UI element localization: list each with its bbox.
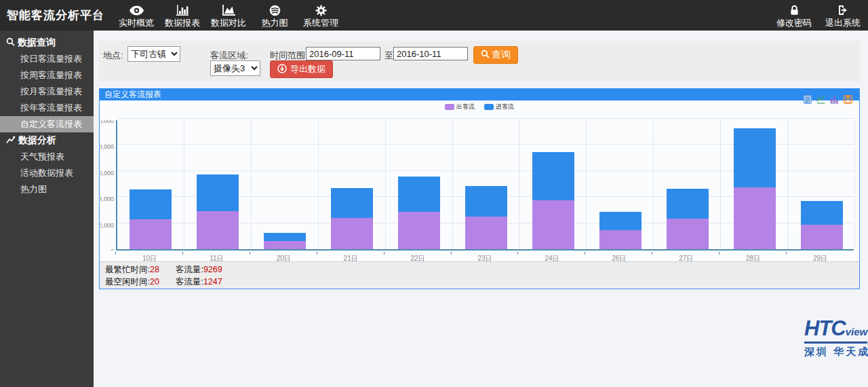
y-axis-tick-label: 0 (100, 248, 114, 251)
bar-chart-icon (176, 4, 189, 17)
change-password-label: 修改密码 (776, 17, 812, 29)
sidebar-item-heatmap[interactable]: 热力图 (0, 181, 94, 198)
x-axis-labels: 10日11日20日21日22日23日24日26日27日28日29日 (116, 252, 854, 262)
logo-text: HTCview (804, 316, 867, 344)
nav-item-heatmap[interactable]: 热力图 (255, 2, 294, 29)
bar-出客流-20日[interactable] (264, 241, 306, 249)
bar-出客流-22日[interactable] (398, 212, 440, 249)
plot-area (116, 120, 854, 251)
bar-进客流-26日[interactable] (599, 212, 642, 230)
x-axis-tick (384, 252, 384, 255)
bar-进客流-10日[interactable] (130, 189, 172, 219)
change-password-button[interactable]: 修改密码 (774, 2, 814, 29)
nav-item-realtime-overview[interactable]: 实时概览 (117, 2, 156, 29)
y-axis-tick-label: 2,000 (100, 222, 114, 229)
bar-出客流-29日[interactable] (801, 225, 843, 249)
line-type-icon[interactable] (816, 95, 825, 104)
sidebar-section-label: 数据查询 (18, 37, 56, 49)
query-button[interactable]: 查询 (473, 46, 518, 64)
sidebar-item-weekly-report[interactable]: 按周客流量报表 (0, 67, 94, 84)
bar-进客流-27日[interactable] (667, 189, 709, 219)
logout-label: 退出系统 (825, 17, 861, 29)
y-axis-tick-label: 4,000 (100, 196, 114, 202)
x-axis-tick (517, 252, 518, 255)
legend-swatch-purple (445, 104, 454, 110)
gear-icon (315, 4, 327, 17)
gridline-vertical (184, 120, 184, 249)
top-nav-items: 实时概览 数据报表 数据对比 热力图 系统管理 (117, 2, 340, 29)
heatmap-icon (269, 4, 281, 17)
sidebar-item-weather-report[interactable]: 天气预报表 (0, 149, 94, 165)
sidebar-section-label: 数据分析 (18, 134, 56, 147)
sidebar-item-activity-report[interactable]: 活动数据报表 (0, 165, 94, 181)
filter-bar: 地点: 下司古镇 客流区域: 摄像头3 时间范围 至 查询 导出数据 (99, 41, 860, 81)
data-view-icon[interactable] (803, 95, 812, 104)
start-date-input[interactable] (306, 47, 380, 60)
query-button-label: 查询 (492, 49, 511, 61)
x-axis-tick (585, 252, 585, 255)
idle-flow-label: 客流量: (176, 277, 203, 287)
bar-type-icon[interactable] (830, 95, 839, 104)
bar-出客流-26日[interactable] (599, 230, 642, 249)
end-date-input[interactable] (393, 47, 468, 60)
bar-出客流-21日[interactable] (331, 218, 373, 249)
app-title: 智能客流分析平台 (0, 7, 117, 23)
sidebar-item-daily-report[interactable]: 按日客流量报表 (0, 51, 94, 67)
bar-进客流-24日[interactable] (532, 152, 574, 200)
lock-icon (790, 4, 799, 17)
bar-出客流-10日[interactable] (130, 219, 172, 249)
chart-legend: 出客流 进客流 (100, 103, 859, 111)
sidebar-section-data-analysis[interactable]: 数据分析 (0, 132, 94, 149)
idle-time-label: 最空闲时间: (105, 277, 150, 287)
sidebar-item-yearly-report[interactable]: 按年客流量报表 (0, 100, 94, 116)
export-data-button[interactable]: 导出数据 (270, 60, 333, 78)
idle-time-value: 20 (150, 277, 159, 287)
busiest-time-label: 最繁忙时间: (105, 265, 150, 274)
busiest-flow-value: 9269 (203, 265, 222, 274)
main-content: 地点: 下司古镇 客流区域: 摄像头3 时间范围 至 查询 导出数据 自定义客流… (94, 31, 868, 387)
bar-出客流-28日[interactable] (734, 187, 776, 249)
logo-caption: 深圳 华天成 (804, 346, 868, 358)
legend-item-inflow[interactable]: 进客流 (484, 103, 514, 111)
bar-进客流-28日[interactable] (734, 128, 776, 187)
sidebar-item-custom-report[interactable]: 自定义客流报表 (0, 116, 94, 132)
nav-item-label: 热力图 (262, 17, 288, 29)
busiest-flow-label: 客流量: (176, 265, 203, 274)
search-icon (481, 50, 490, 60)
sign-out-icon (837, 4, 848, 17)
legend-item-outflow[interactable]: 出客流 (445, 103, 475, 111)
bar-出客流-24日[interactable] (532, 200, 574, 249)
bar-进客流-20日[interactable] (264, 233, 306, 241)
location-select[interactable]: 下司古镇 (127, 46, 180, 62)
x-axis-tick (451, 252, 452, 255)
nav-item-label: 实时概览 (119, 17, 154, 29)
sidebar-item-monthly-report[interactable]: 按月客流量报表 (0, 84, 94, 100)
bar-进客流-21日[interactable] (331, 188, 373, 218)
gridline-vertical (854, 120, 855, 249)
gridline-vertical (452, 120, 453, 249)
save-image-icon[interactable] (844, 95, 852, 104)
gridline-vertical (519, 120, 519, 249)
logout-button[interactable]: 退出系统 (823, 2, 863, 29)
nav-item-data-compare[interactable]: 数据对比 (209, 2, 248, 29)
bar-进客流-11日[interactable] (197, 174, 239, 212)
to-label: 至 (384, 50, 393, 62)
nav-item-data-report[interactable]: 数据报表 (163, 2, 202, 29)
search-icon (6, 37, 15, 48)
bar-出客流-23日[interactable] (465, 217, 507, 249)
gridline-vertical (251, 120, 252, 249)
idle-flow-value: 1247 (203, 277, 222, 287)
region-select[interactable]: 摄像头3 (210, 60, 260, 76)
bar-出客流-27日[interactable] (667, 219, 709, 249)
bar-出客流-11日[interactable] (197, 211, 239, 249)
nav-item-label: 系统管理 (303, 17, 338, 29)
bar-进客流-29日[interactable] (801, 201, 843, 225)
chart-panel: 自定义客流报表 出客流 进客流 02, (99, 88, 860, 289)
bar-进客流-23日[interactable] (465, 186, 507, 217)
legend-swatch-blue (484, 104, 494, 110)
sidebar-section-data-query[interactable]: 数据查询 (0, 35, 94, 51)
y-axis-tick-label: 8,000 (100, 143, 114, 150)
nav-item-system-admin[interactable]: 系统管理 (301, 2, 340, 29)
bar-进客流-22日[interactable] (398, 177, 440, 212)
gridline-vertical (586, 120, 587, 249)
